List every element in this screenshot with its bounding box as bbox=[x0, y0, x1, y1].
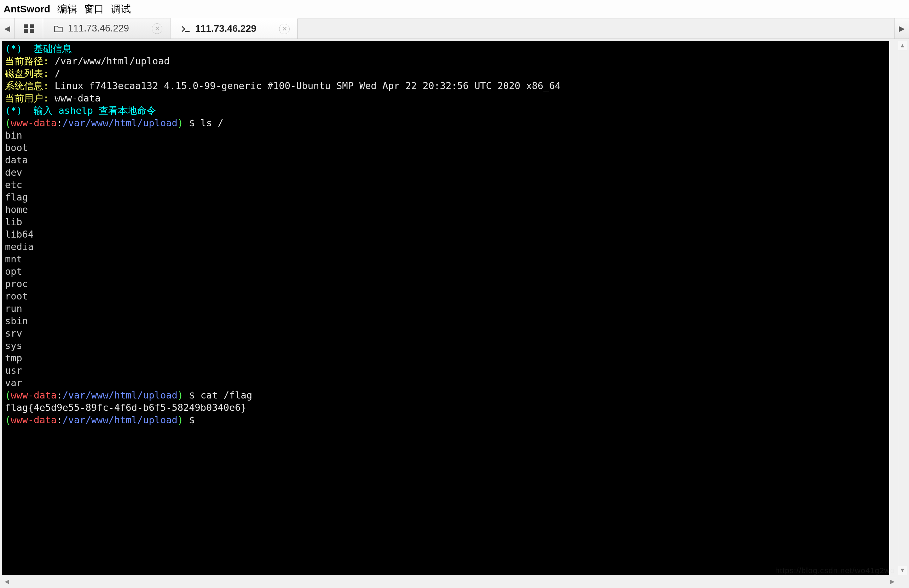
close-icon[interactable]: ✕ bbox=[279, 24, 290, 34]
cmd-ls: ls / bbox=[201, 117, 223, 128]
disk-value: / bbox=[55, 68, 60, 79]
path-value: /var/www/html/upload bbox=[55, 55, 170, 66]
terminal-icon bbox=[181, 25, 190, 33]
svg-rect-0 bbox=[24, 24, 28, 28]
close-icon[interactable]: ✕ bbox=[152, 23, 162, 34]
svg-rect-3 bbox=[30, 29, 34, 33]
scroll-track[interactable] bbox=[11, 577, 888, 586]
tab-strip: ◀ 111.73.46.229 ✕ 111.73.46.229 ✕ ▶ bbox=[0, 18, 909, 39]
menu-item-edit[interactable]: 编辑 bbox=[57, 2, 77, 16]
menu-item-window[interactable]: 窗口 bbox=[84, 2, 104, 16]
horizontal-scrollbar[interactable]: ◀ ▶ bbox=[2, 577, 897, 586]
svg-rect-1 bbox=[30, 24, 34, 28]
cat-output: flag{4e5d9e55-89fc-4f6d-b6f5-58249b0340e… bbox=[5, 402, 246, 413]
menu-item-debug[interactable]: 调试 bbox=[111, 2, 131, 16]
svg-rect-2 bbox=[24, 29, 28, 33]
menu-bar: AntSword 编辑 窗口 调试 bbox=[0, 0, 909, 18]
scroll-down-icon[interactable]: ▼ bbox=[898, 566, 907, 575]
sys-value: Linux f7413ecaa132 4.15.0-99-generic #10… bbox=[55, 80, 561, 91]
vertical-scrollbar[interactable]: ▲ ▼ bbox=[898, 41, 907, 575]
tab-file-manager[interactable]: 111.73.46.229 ✕ bbox=[43, 18, 170, 39]
folder-icon bbox=[54, 25, 63, 32]
tab-terminal[interactable]: 111.73.46.229 ✕ bbox=[170, 18, 298, 39]
scroll-up-icon[interactable]: ▲ bbox=[898, 41, 907, 50]
watermark: https://blog.csdn.net/wo41g2wo bbox=[775, 566, 895, 575]
terminal-container: (*) 基础信息 当前路径: /var/www/html/upload 磁盘列表… bbox=[0, 39, 909, 588]
disk-label: 磁盘列表: bbox=[5, 68, 49, 79]
tab-scroll-left[interactable]: ◀ bbox=[0, 18, 15, 39]
path-label: 当前路径: bbox=[5, 55, 49, 66]
tab-label: 111.73.46.229 bbox=[68, 23, 129, 34]
tab-label: 111.73.46.229 bbox=[195, 23, 256, 34]
cmd-cat: cat /flag bbox=[201, 389, 252, 401]
home-grid-button[interactable] bbox=[15, 18, 43, 39]
user-value: www-data bbox=[55, 93, 101, 103]
scroll-left-icon[interactable]: ◀ bbox=[2, 577, 11, 586]
ls-output: bin boot data dev etc flag home lib lib6… bbox=[5, 130, 34, 388]
terminal[interactable]: (*) 基础信息 当前路径: /var/www/html/upload 磁盘列表… bbox=[2, 41, 889, 575]
scroll-track[interactable] bbox=[898, 50, 907, 566]
grid-icon bbox=[24, 24, 34, 33]
tab-scroll-right[interactable]: ▶ bbox=[894, 18, 909, 39]
app-name: AntSword bbox=[3, 3, 50, 15]
sys-label: 系统信息: bbox=[5, 80, 49, 91]
user-label: 当前用户: bbox=[5, 93, 49, 103]
scroll-right-icon[interactable]: ▶ bbox=[888, 577, 897, 586]
